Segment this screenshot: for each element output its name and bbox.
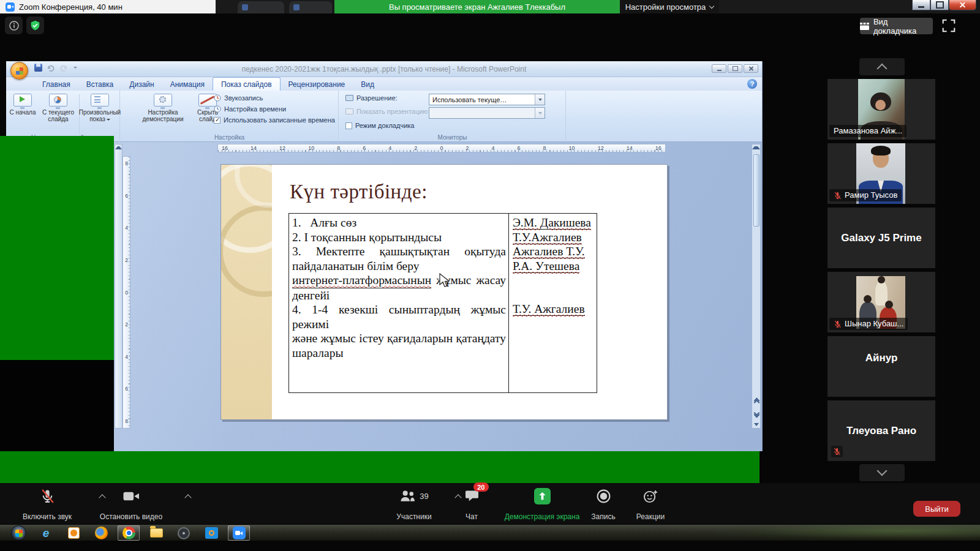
- zoom-toolbar: Включить звук Остановить видео 39 Участн…: [0, 483, 980, 524]
- participants-scroll-up-button[interactable]: [859, 58, 905, 75]
- presenter-view-checkbox[interactable]: Режим докладчика: [345, 122, 414, 129]
- record-button[interactable]: Запись: [583, 487, 624, 521]
- tab-pokaz-slaidov[interactable]: Показ слайдов: [213, 77, 281, 91]
- ribbon: С начала С текущего слайда Произвольный …: [6, 91, 762, 142]
- taskbar-media-player-classic[interactable]: [173, 525, 195, 541]
- participants-count: 39: [420, 492, 428, 501]
- taskbar-firefox[interactable]: [90, 525, 112, 541]
- scroll-up-icon[interactable]: [752, 146, 760, 149]
- agenda-items-column: 1. Алғы сөз 2. I тоқсаннын қорытындысы 3…: [289, 214, 508, 392]
- participant-tile[interactable]: Тлеуова Рано: [827, 400, 935, 461]
- meeting-title: Zoom Конференция, 40 мин: [19, 2, 123, 12]
- select-arrow-icon: [535, 94, 545, 105]
- ribbon-group-monitors: Разрешение: Использовать текуще… Показат…: [339, 91, 566, 142]
- tab-recenzirovanie[interactable]: Рецензирование: [281, 78, 353, 91]
- window-controls: [912, 0, 976, 10]
- desktop-green-strip: [0, 451, 760, 483]
- ppt-close-button[interactable]: [744, 64, 758, 73]
- show-on-label: Показать презентацию на:: [345, 108, 439, 115]
- participants-icon: [399, 490, 416, 502]
- chevron-down-icon: [709, 3, 714, 8]
- info-icon: [9, 21, 19, 31]
- background-tab: [238, 1, 284, 13]
- view-settings-button[interactable]: Настройки просмотра: [620, 0, 719, 13]
- video-options-chevron[interactable]: [184, 494, 191, 501]
- participant-tile[interactable]: Айнур: [827, 336, 935, 397]
- setup-slideshow-button[interactable]: Настройка демонстрации: [137, 94, 189, 122]
- mic-muted-icon: [833, 448, 841, 455]
- gallery-view-icon: [860, 23, 869, 30]
- fullscreen-icon: [942, 19, 956, 32]
- taskbar-chrome[interactable]: [118, 525, 140, 541]
- participant-tile[interactable]: Шынар Кубаш...: [827, 272, 935, 332]
- taskbar-internet-explorer[interactable]: e: [35, 525, 57, 541]
- participant-tile[interactable]: Рамир Туысов: [827, 143, 935, 204]
- zoom-app-icon: [233, 527, 246, 539]
- firefox-icon: [95, 527, 108, 539]
- chrome-icon: [123, 527, 135, 539]
- next-slide-button[interactable]: [753, 413, 760, 417]
- participant-name-label: Тлеуова Рано: [827, 400, 935, 461]
- previous-slide-button[interactable]: [753, 399, 760, 402]
- tab-dizain[interactable]: Дизайн: [121, 78, 162, 91]
- slideshow-current-icon: [49, 94, 67, 107]
- taskbar-zoom[interactable]: [228, 525, 250, 541]
- unmute-button[interactable]: Включить звук: [7, 487, 87, 521]
- meeting-info-button[interactable]: [5, 17, 23, 34]
- reactions-button[interactable]: Реакции: [628, 487, 673, 521]
- participants-scroll-down-button[interactable]: [859, 464, 905, 481]
- custom-show-button[interactable]: Произвольный показ: [81, 94, 118, 122]
- resolution-select[interactable]: Использовать текуще…: [429, 94, 545, 105]
- participants-button[interactable]: 39 Участники: [380, 487, 448, 521]
- resolution-label: Разрешение:: [345, 94, 398, 102]
- start-button[interactable]: [7, 525, 29, 541]
- participant-tile[interactable]: Galaxy J5 Prime: [827, 208, 935, 268]
- help-button[interactable]: [747, 79, 757, 89]
- use-timings-checkbox[interactable]: Использовать записанные времена: [214, 116, 335, 124]
- chevron-up-icon: [877, 64, 888, 74]
- security-button[interactable]: [26, 17, 44, 34]
- record-narration-button[interactable]: Звукозапись: [214, 94, 263, 102]
- speaker-view-button[interactable]: Вид докладчика: [860, 18, 933, 34]
- participant-tile[interactable]: Рамазанова Айж...: [827, 79, 935, 140]
- ppt-maximize-button[interactable]: [728, 64, 742, 73]
- maximize-button[interactable]: [930, 0, 949, 10]
- chat-button[interactable]: 20 Чат: [454, 487, 489, 521]
- scroll-down-icon[interactable]: [754, 423, 759, 426]
- taskbar-home-app[interactable]: [200, 525, 222, 541]
- scrollbar-thumb[interactable]: [753, 154, 760, 227]
- zoom-window-title: Zoom Конференция, 40 мин: [0, 0, 216, 13]
- reactions-icon: [643, 489, 658, 503]
- slides-panel-scrollbar[interactable]: [115, 144, 123, 429]
- from-current-slide-button[interactable]: С текущего слайда: [39, 94, 77, 122]
- taskbar-file-explorer[interactable]: [145, 525, 167, 541]
- slideshow-play-icon: [13, 94, 32, 107]
- taskbar-media-player[interactable]: [62, 525, 85, 541]
- tab-vstavka[interactable]: Вставка: [78, 78, 122, 91]
- custom-show-icon: [91, 94, 109, 107]
- stop-video-button[interactable]: Остановить видео: [89, 487, 173, 521]
- mic-muted-icon: [40, 489, 55, 504]
- ppt-minimize-button[interactable]: [712, 64, 726, 73]
- ppt-title-bar: педкенес 2020-2021жж 1тоқсан.жылдық .ppt…: [6, 61, 762, 77]
- office-button[interactable]: [10, 62, 28, 80]
- fullscreen-button[interactable]: [941, 18, 957, 34]
- rehearse-timings-button[interactable]: Настройка времени: [214, 105, 286, 113]
- share-screen-button[interactable]: Демонстрация экрана: [500, 487, 584, 521]
- chat-badge: 20: [473, 482, 488, 492]
- select-arrow-icon: [535, 108, 545, 118]
- ppt-vertical-scrollbar[interactable]: [752, 144, 761, 429]
- home-app-icon: [205, 527, 218, 539]
- close-button[interactable]: [949, 0, 976, 10]
- participant-name-label: Рамир Туысов: [829, 189, 902, 201]
- tab-glavnaya[interactable]: Главная: [34, 78, 78, 91]
- windows-logo-icon: [11, 525, 26, 541]
- tab-vid[interactable]: Вид: [353, 78, 382, 91]
- leave-meeting-button[interactable]: Выйти: [913, 501, 960, 517]
- slide-canvas: Күн тәртібінде: 1. Алғы сөз 2. I тоқсанн…: [221, 164, 668, 420]
- minimize-button[interactable]: [912, 0, 930, 10]
- setup-show-icon: [154, 94, 172, 107]
- dropdown-arrow-icon: [107, 119, 110, 121]
- tab-animaciya[interactable]: Анимация: [162, 78, 213, 91]
- from-beginning-button[interactable]: С начала: [9, 94, 37, 116]
